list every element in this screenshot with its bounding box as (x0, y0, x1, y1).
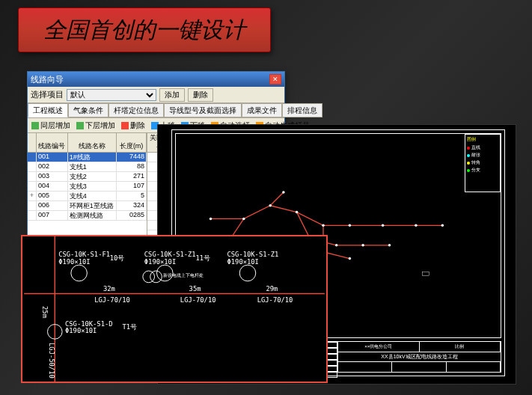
svg-point-0 (210, 218, 213, 221)
tab-5[interactable]: 排程信息 (282, 103, 322, 117)
svg-text:Φ190×10I: Φ190×10I (144, 258, 176, 266)
legend: 图例 直线耐张转角分支 (465, 134, 501, 192)
titlebar: 线路向导 ✕ (28, 72, 284, 87)
svg-text:LGJ-50/10: LGJ-50/10 (48, 343, 55, 379)
window-title: 线路向导 (31, 74, 64, 85)
svg-text:新设电缆上下电杆处: 新设电缆上下电杆处 (163, 272, 204, 278)
svg-point-7 (415, 224, 418, 227)
route-row[interactable]: 006环网柜1至线路324 (28, 201, 147, 211)
svg-point-5 (349, 224, 352, 227)
svg-point-13 (388, 244, 391, 247)
add-button[interactable]: 添加 (159, 88, 185, 102)
svg-point-6 (382, 224, 385, 227)
tab-3[interactable]: 导线型号及截面选择 (164, 103, 242, 117)
svg-text:CSG-10K-S1-F1: CSG-10K-S1-F1 (58, 251, 110, 258)
svg-point-45 (150, 271, 162, 283)
svg-text:Φ190×10I: Φ190×10I (227, 258, 259, 266)
svg-point-11 (335, 244, 338, 247)
svg-text:LGJ-70/10: LGJ-70/10 (257, 296, 293, 304)
svg-point-1 (242, 218, 245, 221)
svg-text:35m: 35m (189, 285, 201, 293)
svg-point-29 (239, 265, 256, 281)
route-row[interactable]: 002支线188 (28, 162, 147, 172)
svg-text:CSG-10K-S1-Z1: CSG-10K-S1-Z1 (227, 251, 279, 258)
add-same-level[interactable]: 同层增加 (29, 120, 73, 132)
svg-point-8 (441, 224, 444, 227)
close-icon[interactable]: ✕ (269, 74, 281, 85)
svg-text:29m: 29m (266, 285, 278, 293)
svg-point-44 (143, 271, 155, 283)
svg-point-3 (296, 211, 299, 214)
select-label: 选择项目 (31, 89, 64, 100)
tab-0[interactable]: 工程概述 (28, 103, 68, 117)
banner-text: 全国首创的一键设计 (43, 15, 245, 46)
svg-text:10号: 10号 (110, 254, 125, 262)
svg-text:CSG-10K-S1-Z1: CSG-10K-S1-Z1 (144, 251, 196, 258)
svg-text:32m: 32m (103, 285, 115, 293)
title-banner: 全国首创的一键设计 (18, 7, 271, 52)
delete-action[interactable]: 删除 (119, 120, 147, 132)
route-row[interactable]: 004支线3107 (28, 182, 147, 192)
tab-2[interactable]: 杆塔定位信息 (108, 103, 164, 117)
svg-text:CSG-10K-S1-D: CSG-10K-S1-D (65, 320, 113, 328)
route-grid[interactable]: 线路编号线路名称长度(m) -0011#线路7448002支线188003支线2… (28, 133, 147, 251)
svg-text:T1号: T1号 (122, 323, 137, 331)
svg-text:LGJ-70/10: LGJ-70/10 (180, 296, 216, 304)
add-sub-level[interactable]: 下层增加 (74, 120, 117, 132)
route-row[interactable]: -0011#线路7448 (28, 153, 147, 162)
tab-1[interactable]: 气象条件 (68, 103, 108, 117)
tabs: 工程概述气象条件杆塔定位信息导线型号及截面选择成果文件排程信息 (28, 103, 284, 118)
svg-point-12 (361, 244, 364, 247)
svg-text:Φ190×10I: Φ190×10I (58, 258, 90, 266)
detail-panel[interactable]: CSG-10K-S1-F1Φ190×10I10号CSG-10K-S1-Z1Φ19… (21, 235, 328, 383)
svg-text:11号: 11号 (195, 254, 210, 262)
svg-point-15 (349, 257, 352, 260)
route-row[interactable]: 007检测网线路0285 (28, 211, 147, 221)
delete-button[interactable]: 删除 (188, 88, 213, 102)
svg-point-21 (71, 265, 88, 281)
svg-point-2 (269, 204, 272, 207)
svg-text:Φ190×10I: Φ190×10I (65, 327, 97, 334)
svg-point-9 (282, 191, 285, 194)
tab-4[interactable]: 成果文件 (242, 103, 282, 117)
project-toolbar: 选择项目 默认 添加 删除 (28, 87, 284, 103)
project-select[interactable]: 默认 (67, 89, 156, 101)
svg-point-4 (322, 224, 325, 227)
route-row[interactable]: +005支线45 (28, 192, 147, 201)
svg-text:25m: 25m (41, 306, 49, 318)
svg-text:LGJ-70/10: LGJ-70/10 (94, 296, 130, 304)
svg-rect-18 (423, 272, 429, 275)
route-row[interactable]: 003支线2271 (28, 172, 147, 182)
